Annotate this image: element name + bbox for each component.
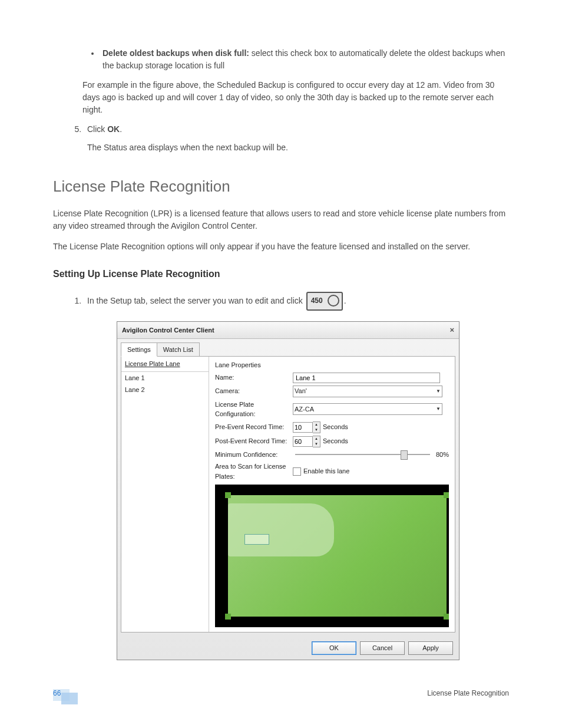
lane-column-header: License Plate Lane <box>121 357 209 372</box>
footer-section: License Plate Recognition <box>427 688 509 699</box>
step5-suffix: . <box>120 124 122 134</box>
scan-area-overlay[interactable] <box>228 495 447 617</box>
resize-handle[interactable] <box>444 614 449 620</box>
apply-button[interactable]: Apply <box>408 641 453 655</box>
resize-handle[interactable] <box>444 492 449 498</box>
confidence-slider[interactable] <box>295 454 430 455</box>
cancel-button[interactable]: Cancel <box>360 641 405 655</box>
lpr-paragraph-1: License Plate Recognition (LPR) is a lic… <box>53 207 509 232</box>
slider-thumb[interactable] <box>401 450 408 460</box>
bullet-item: Delete oldest backups when disk full: se… <box>100 47 509 72</box>
step5-result: The Status area displays when the next b… <box>87 141 509 154</box>
step-list-5: Click OK. The Status area displays when … <box>53 123 509 154</box>
row-post-event: Post-Event Record Time: ▲▼ Seconds <box>215 436 449 447</box>
camera-select[interactable]: Van' ▼ <box>293 386 442 397</box>
window-titlebar: Avigilon Control Center Client × <box>117 322 459 339</box>
row-config: License Plate Configuration: AZ-CA ▼ <box>215 400 449 419</box>
lpr-paragraph-2: The License Plate Recognition options wi… <box>53 241 509 253</box>
config-select-value: AZ-CA <box>295 404 314 414</box>
step-list-1: In the Setup tab, select the server you … <box>53 292 509 660</box>
lane-item-1[interactable]: Lane 1 <box>121 372 209 384</box>
bullet-bold: Delete oldest backups when disk full: <box>103 48 249 58</box>
row-pre-event: Pre-Event Record Time: ▲▼ Seconds <box>215 421 449 433</box>
lpr-icon-number: 450 <box>311 295 323 306</box>
row-camera: Camera: Van' ▼ <box>215 386 449 397</box>
config-select[interactable]: AZ-CA ▼ <box>293 403 442 415</box>
name-input[interactable] <box>293 373 440 383</box>
label-confidence: Minimum Confidence: <box>215 450 293 460</box>
resize-handle[interactable] <box>225 492 231 498</box>
lpr-icon: 450 <box>306 292 343 311</box>
lpr-icon-circle <box>328 295 339 307</box>
label-pre-event: Pre-Event Record Time: <box>215 422 293 432</box>
page-number: 66 <box>53 688 61 699</box>
close-icon[interactable]: × <box>449 324 454 336</box>
label-camera: Camera: <box>215 386 293 396</box>
section-heading-lpr: License Plate Recognition <box>53 175 509 198</box>
row-area: Area to Scan for License Plates: Enable … <box>215 462 449 481</box>
pre-event-value[interactable] <box>293 422 313 433</box>
spinner-buttons[interactable]: ▲▼ <box>313 436 320 447</box>
lane-list-pane: License Plate Lane Lane 1 Lane 2 <box>121 357 209 632</box>
post-event-unit: Seconds <box>323 436 348 446</box>
post-event-spinner[interactable]: ▲▼ Seconds <box>293 436 348 447</box>
label-name: Name: <box>215 373 293 383</box>
document-page: Delete oldest backups when disk full: se… <box>0 0 562 728</box>
chevron-down-icon: ▼ <box>436 406 441 413</box>
chevron-down-icon: ▼ <box>436 388 441 395</box>
tab-body: License Plate Lane Lane 1 Lane 2 Lane Pr… <box>121 356 455 633</box>
resize-handle[interactable] <box>225 614 231 620</box>
plate-shape <box>244 534 269 545</box>
step1-text-a: In the Setup tab, select the server you … <box>87 296 305 305</box>
step1-text-b: . <box>344 296 346 305</box>
tab-strip: Settings Watch List <box>117 339 459 357</box>
lane-item-2[interactable]: Lane 2 <box>121 384 209 396</box>
step5-bold: OK <box>107 124 120 134</box>
pre-event-unit: Seconds <box>323 422 348 432</box>
video-preview[interactable] <box>215 485 449 627</box>
page-footer: 66 License Plate Recognition <box>53 688 509 699</box>
label-config: License Plate Configuration: <box>215 400 293 419</box>
row-confidence: Minimum Confidence: 80% <box>215 450 449 460</box>
enable-lane-checkbox[interactable] <box>293 467 301 476</box>
row-name: Name: <box>215 373 449 383</box>
label-post-event: Post-Event Record Time: <box>215 436 293 446</box>
camera-select-value: Van' <box>295 386 307 396</box>
tab-settings[interactable]: Settings <box>121 342 157 357</box>
lane-properties-header: Lane Properties <box>215 360 449 370</box>
dialog-button-row: OK Cancel Apply <box>117 637 459 660</box>
enable-lane-label: Enable this lane <box>303 467 349 475</box>
tab-watch-list[interactable]: Watch List <box>157 342 200 357</box>
pre-event-spinner[interactable]: ▲▼ Seconds <box>293 421 348 433</box>
example-paragraph: For example in the figure above, the Sch… <box>82 79 509 116</box>
window-title: Avigilon Control Center Client <box>122 325 214 335</box>
lane-properties-pane: Lane Properties Name: Camera: Van' ▼ <box>209 357 455 632</box>
step-5: Click OK. The Status area displays when … <box>84 123 509 154</box>
post-event-value[interactable] <box>293 436 313 447</box>
ok-button[interactable]: OK <box>312 641 356 655</box>
step5-prefix: Click <box>87 124 107 134</box>
subsection-heading: Setting Up License Plate Recognition <box>53 267 509 281</box>
spinner-buttons[interactable]: ▲▼ <box>313 421 320 433</box>
bullet-list: Delete oldest backups when disk full: se… <box>53 47 509 72</box>
confidence-value: 80% <box>436 450 449 460</box>
step-1: In the Setup tab, select the server you … <box>84 292 509 660</box>
vehicle-shape <box>228 503 334 556</box>
label-area: Area to Scan for License Plates: <box>215 462 293 481</box>
dialog-window: Avigilon Control Center Client × Setting… <box>117 321 459 660</box>
